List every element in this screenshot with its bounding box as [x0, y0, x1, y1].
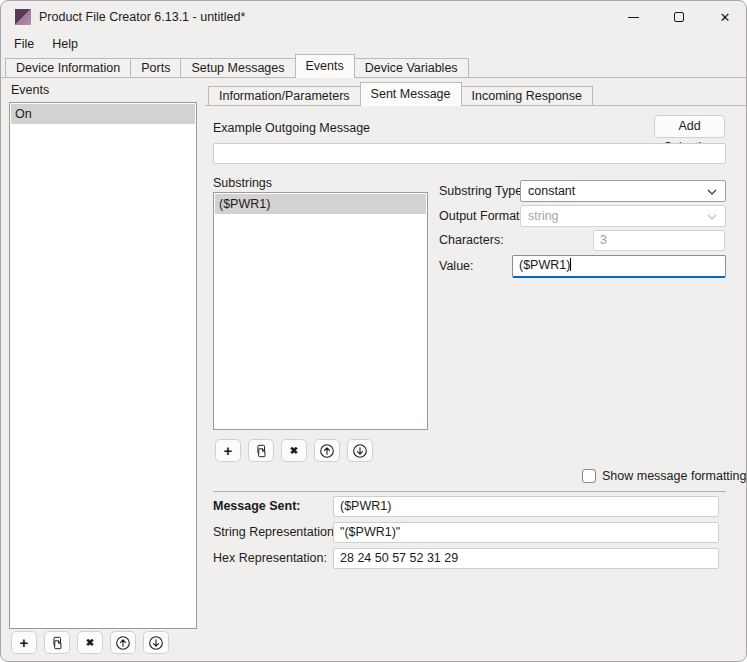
output-format-label: Output Format:: [439, 205, 523, 227]
tab-device-information[interactable]: Device Information: [5, 58, 131, 78]
events-list-item-on[interactable]: On: [11, 104, 195, 124]
delete-icon: ✖: [290, 446, 298, 456]
delete-event-button[interactable]: ✖: [77, 631, 103, 654]
move-substring-up-button[interactable]: [314, 439, 340, 462]
arrow-up-circle-icon: [319, 443, 335, 459]
example-outgoing-label: Example Outgoing Message: [213, 121, 370, 136]
tab-device-variables[interactable]: Device Variables: [354, 58, 469, 78]
close-button[interactable]: ✕: [702, 1, 747, 33]
events-list: On: [9, 102, 197, 629]
add-selection-button[interactable]: Add Selection: [654, 115, 725, 138]
move-event-up-button[interactable]: [110, 631, 136, 654]
move-event-down-button[interactable]: [143, 631, 169, 654]
value-input[interactable]: ($PWR1): [512, 255, 726, 278]
chevron-down-icon: [707, 189, 717, 195]
minimize-icon: [628, 17, 639, 18]
arrow-down-circle-icon: [352, 443, 368, 459]
example-outgoing-input[interactable]: [213, 143, 726, 164]
close-icon: ✕: [720, 11, 731, 24]
value-label: Value:: [439, 255, 474, 278]
menu-bar: File Help: [1, 33, 87, 55]
copy-icon: [50, 636, 64, 650]
app-icon: [15, 9, 31, 25]
delete-icon: ✖: [86, 638, 94, 648]
tab-information-parameters[interactable]: Information/Parameters: [208, 86, 361, 106]
string-representation-field[interactable]: "($PWR1)": [333, 522, 719, 543]
show-formatting-label[interactable]: Show message formatting: [602, 469, 747, 484]
show-formatting-checkbox[interactable]: [582, 469, 596, 483]
tab-events[interactable]: Events: [295, 54, 355, 78]
copy-icon: [254, 444, 268, 458]
main-tab-bar: Device Information Ports Setup Messages …: [5, 54, 469, 78]
events-panel-label: Events: [11, 83, 49, 98]
tab-incoming-response[interactable]: Incoming Response: [461, 86, 593, 106]
substrings-list: ($PWR1): [213, 192, 428, 430]
menu-file[interactable]: File: [5, 33, 43, 55]
substring-type-select[interactable]: constant: [520, 180, 726, 202]
minimize-button[interactable]: [610, 1, 656, 33]
tab-sent-message[interactable]: Sent Message: [360, 82, 462, 106]
characters-input: 3: [593, 230, 725, 251]
add-icon: +: [20, 635, 29, 650]
hex-representation-field[interactable]: 28 24 50 57 52 31 29: [333, 548, 719, 569]
hex-representation-label: Hex Representation:: [213, 548, 327, 569]
copy-event-button[interactable]: [44, 631, 70, 654]
tab-setup-messages[interactable]: Setup Messages: [180, 58, 295, 78]
app-window: Product File Creator 6.13.1 - untitled* …: [0, 0, 747, 662]
output-format-select: string: [520, 205, 726, 227]
sub-tab-bar: Information/Parameters Sent Message Inco…: [208, 82, 593, 106]
add-substring-button[interactable]: +: [215, 439, 241, 462]
chevron-down-icon: [707, 214, 717, 220]
move-substring-down-button[interactable]: [347, 439, 373, 462]
tab-ports[interactable]: Ports: [130, 58, 181, 78]
copy-substring-button[interactable]: [248, 439, 274, 462]
string-representation-label: String Representation:: [213, 522, 337, 543]
title-bar: Product File Creator 6.13.1 - untitled* …: [1, 1, 746, 33]
menu-help[interactable]: Help: [43, 33, 87, 55]
characters-label: Characters:: [439, 230, 504, 251]
maximize-button[interactable]: [656, 1, 702, 33]
message-sent-label: Message Sent:: [213, 496, 301, 517]
results-separator: [213, 491, 726, 492]
arrow-down-circle-icon: [148, 635, 164, 651]
maximize-icon: [674, 12, 684, 22]
substrings-label: Substrings: [213, 176, 272, 191]
window-title: Product File Creator 6.13.1 - untitled*: [39, 1, 245, 33]
substring-type-label: Substring Type:: [439, 180, 526, 202]
message-sent-field[interactable]: ($PWR1): [333, 496, 719, 517]
text-caret: [570, 258, 571, 271]
substring-list-item[interactable]: ($PWR1): [215, 194, 426, 214]
output-format-value: string: [528, 209, 559, 223]
value-input-text: ($PWR1): [519, 258, 570, 272]
add-icon: +: [224, 443, 233, 458]
arrow-up-circle-icon: [115, 635, 131, 651]
delete-substring-button[interactable]: ✖: [281, 439, 307, 462]
add-event-button[interactable]: +: [11, 631, 37, 654]
substring-type-value: constant: [528, 184, 575, 198]
